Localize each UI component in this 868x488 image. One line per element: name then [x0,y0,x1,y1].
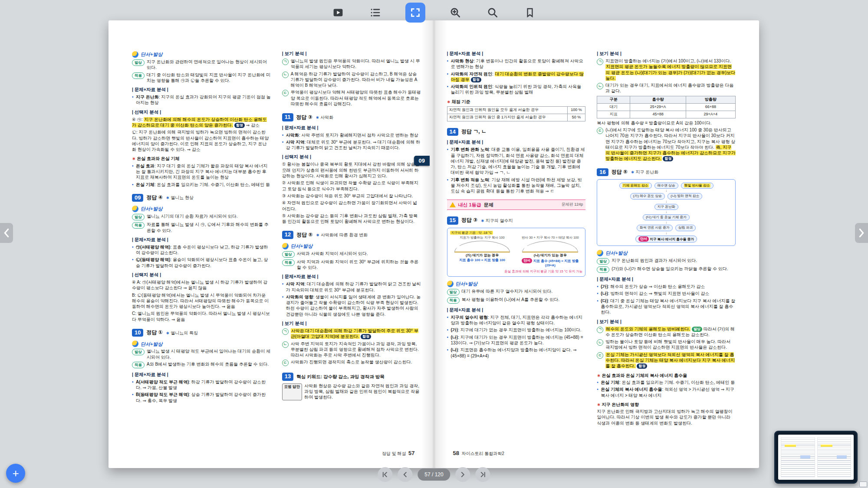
flow-arrow-icon: ↓ [600,210,733,214]
flow-box: (다) 대기 중 온실 기체 증가 [643,214,690,220]
thumbnail-pages [778,435,854,480]
question-header: 09정답 ④∗ 엘니뇨 현상 [132,194,271,202]
tip-label: 발상 [597,258,609,265]
table-cell: 66+88 [686,103,735,111]
flow-box: (나) 빙하 면적 감소 [667,193,702,199]
banner-label: 내신 1등급 [458,202,481,208]
last-page-button[interactable] [476,467,490,482]
star-icon: ∗ [597,373,600,378]
bullet-line: (가): 해수의 온도가 상승 ⇒ 이산화 탄소 용해도가 감소 [597,284,736,289]
preview-thumbnail[interactable] [774,431,858,484]
question-number: 09 [132,194,143,202]
figure-side-note: 온실 효과에 의해 지구의 평균 기온 약 15 °C 유지 가능 [450,269,583,274]
fullscreen-button[interactable] [405,3,425,23]
table-cell: 50 % [567,114,585,121]
question-number: 11 [282,113,293,121]
flow-box: 햇빛 반사율 감소 [681,183,713,189]
column: | 보기 분석 |ㄱ지표면이 방출하는 에너지는 (가)에서 100이고, (나… [597,47,736,444]
tip-line: 적용(가)와 (나)가 해수면 상승을 일으키는 까닭을 추론할 수 있다. [597,266,736,273]
tip-label: 적용 [132,72,145,79]
star-icon: ∗ [447,99,450,104]
tip-text: 엘니뇨 발생 시 태평양 적도 부근에서 일어나는 대기의 순환이 제시되어 있… [147,348,271,360]
bullet-line: 온실 효과: 지구 대기 중의 온실 기체가 짧은 파장의 태양 복사 에너지는… [132,163,271,180]
next-page-button[interactable] [456,467,470,482]
choice-line: ㄷ(나)에서 지구에 도달하는 태양 복사 에너지 100 중 30은 반사되고… [597,127,736,162]
figure-panel: 지표가 방출하는 지구 복사 100(가) 대기가 없는 경우지표 흡수 100… [450,236,515,268]
paragraph: ㉡: 지구 온난화에 의해 극지방의 빙하가 녹으면 빙하의 면적이 감소한다.… [132,129,271,152]
table-cell: 45+88 [630,111,686,118]
flow-box: 단서 지구 복사 에너지 흡수율 증가 [635,236,697,242]
add-button[interactable]: + [6,464,25,483]
bullet-line: 온실 기체의 복사 에너지 흡수율: 적외선 영역 > 가시광선 영역 ⇒ 지구… [597,386,736,398]
page-footer: 정답 및 해설 57 [382,450,415,457]
tag-함정: 함정 [234,123,245,128]
section-heading: | 문제+자료 분석 | [132,87,271,93]
tip-line: 적용사막 지역과 사막화 지역이 위도 30° 부근에 위치하는 것을 추론할 … [282,259,421,271]
tip-label: 발상 [132,214,145,220]
resize-handle[interactable] [859,481,867,487]
top-toolbar [331,3,537,23]
zoom-in-icon[interactable] [448,5,463,20]
previous-page-edge-button[interactable] [0,223,13,243]
banner-sublabel: 문제 [484,202,493,208]
paragraph: 복사 평형에 의해 흡수량 = 방출량이므로 A의 값은 100이다. [597,120,736,126]
page-footer: 58 자이스토리 통합과학2 [453,450,504,457]
tip-text: 대기 유무에 따른 지구 열수지가 제시되어 있다. [462,288,552,294]
figure-fig15: 지구의 평균 기온 : 약 -18 °C지표가 방출하는 지구 복사 100(가… [447,228,586,277]
tip-text: 지구 온난화의 원인과 결과가 제시되어 있다. [612,258,697,263]
flow-box: 기체 용해도 감소 [619,183,652,189]
choice-line: ㄷ온실 기체는 가시광선 영역보다 적외선 영역의 복사 에너지를 잘 흡수한다… [597,352,736,369]
next-page-edge-button[interactable] [855,223,868,243]
table-cell: 자연적 원인과 인위적 원인 중 1가지만 옳게 서술한 경우 [447,114,567,121]
flow-arrow-icon: ↓ [600,189,733,193]
choice-mark: ㄴ [282,341,289,348]
choice-text: 해수의 온도와 기체의 용해도는 반비례한다. 발상 따라서 (가)의 해수 온… [605,326,736,338]
question-header: 10정답 ①∗ 엘니뇨의 특징 [132,329,271,337]
tip-text: 자료를 통해 엘니뇨 발생 시 ㉠, ㉡에서 기후와 해수의 변화를 추론할 수… [147,222,271,233]
flow-box: 해수면 상승 [654,183,678,189]
grade1-banner: 내신 1등급문제문제편 124p [447,200,586,210]
section-heading: | 선택지 분석 | [132,272,271,278]
clue-label: 단서+발상 [141,206,162,212]
bullet-line: 사막 지역: 대기 대순환에 의해 하강 기류가 발달하여 맑고 건조한 날씨가… [282,281,421,293]
choice-line: ㄴ빙하는 물이나 토양 등에 비해 햇빛의 반사율이 매우 높다. 따라서 극지… [597,339,736,350]
bullet-line: ㉠(서태평양 해역): 표층 수온이 평상시보다 낮고, 하강 기류가 발생하여… [132,244,271,256]
tip-label: 발상 [132,349,145,355]
choice-text: 무역풍이 평상시보다 약해져 서태평양의 따뜻한 표층 해수가 동태평양 쪽으로… [291,89,421,107]
earth-dome-shape [454,241,510,252]
choice-text: 사막은 대기 대순환에 의해 하강 기류가 발달하여 주로 위도 30° 부근(… [291,328,421,340]
toc-icon[interactable] [368,5,383,20]
flow-box: 삼림 파괴 [675,225,696,231]
model-answer-text: 사막화 현상은 강수량 감소와 같은 자연적 원인과 과잉 경작, 과잉 방목,… [304,383,421,400]
note-heading: ∗ 온실 효과와 온실 기체 [132,156,271,161]
paragraph: ② 사막화로 인해 식생이 파괴되면 작물 수확량 감소로 식량이 부족해지고 … [282,180,421,192]
search-icon[interactable] [485,5,500,20]
model-answer: 모범 답안사막화 현상은 강수량 감소와 같은 자연적 원인과 과잉 경작, 과… [282,383,421,400]
question-topic: ∗ 사막화에 따른 환경 변화 [316,232,368,238]
bookmark-icon[interactable] [523,5,537,20]
model-answer-label: 모범 답안 [282,383,302,400]
previous-page-button[interactable] [398,467,412,482]
hint-bulb-icon [447,281,454,287]
choice-line: ㄱ지표면이 방출하는 에너지는 (가)에서 100이고, (나)에서 133이다… [597,58,736,81]
tip-text: 지구 온난화와 관련하여 연쇄적으로 일어나는 현상이 제시되어 있다. [147,59,271,71]
question-header: 14정답 ㄱ, ㄴ [447,128,586,136]
choice-text: 사막 주변 지역의 토지가 지속적인 가뭄이나 과잉 경작, 과잉 방목, 무분… [291,341,421,358]
section-heading: | 선택지 분석 | [132,109,271,115]
table-cell: 29+A+4 [686,111,735,118]
tip-text: 복사 평형을 이용하여 (나)에서 A를 추론할 수 있다. [462,297,560,302]
hint-bulb-icon [132,51,138,58]
tip-label: 적용 [132,222,145,229]
clue-badge: 단서+발상 [132,51,271,58]
choice-mark: ㄴ [597,83,603,89]
topic-star-icon: ∗ [316,233,319,237]
first-page-button[interactable] [378,467,392,482]
choice-mark: ㄴ [597,339,603,346]
flow-arrow-icon: ↓ [600,232,733,235]
chapter-tab[interactable]: 09 [414,156,430,166]
media-icon[interactable] [331,5,345,20]
tip-line: 적용대기 중 이산화 탄소와 태양빛의 지표 반사율이 지구 온난화에 미치는 … [132,72,271,84]
bullet-line: (가): 지구에 대기가 없는 경우 지표면이 방출하는 에너지는 100이다. [447,327,586,333]
page-indicator[interactable]: 57 / 120 [418,468,450,481]
question-number: 16 [597,168,608,176]
